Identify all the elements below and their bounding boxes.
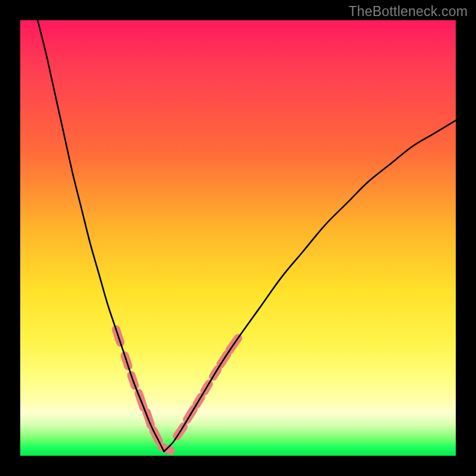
chart-frame: TheBottleneck.com: [0, 0, 476, 476]
curve-layer: [37, 20, 456, 452]
right-curve: [164, 120, 456, 451]
plot-area: [20, 20, 456, 456]
chart-svg: [20, 20, 456, 456]
watermark-text: TheBottleneck.com: [349, 4, 468, 20]
left-curve: [37, 20, 164, 452]
dash-layer: [116, 330, 238, 450]
